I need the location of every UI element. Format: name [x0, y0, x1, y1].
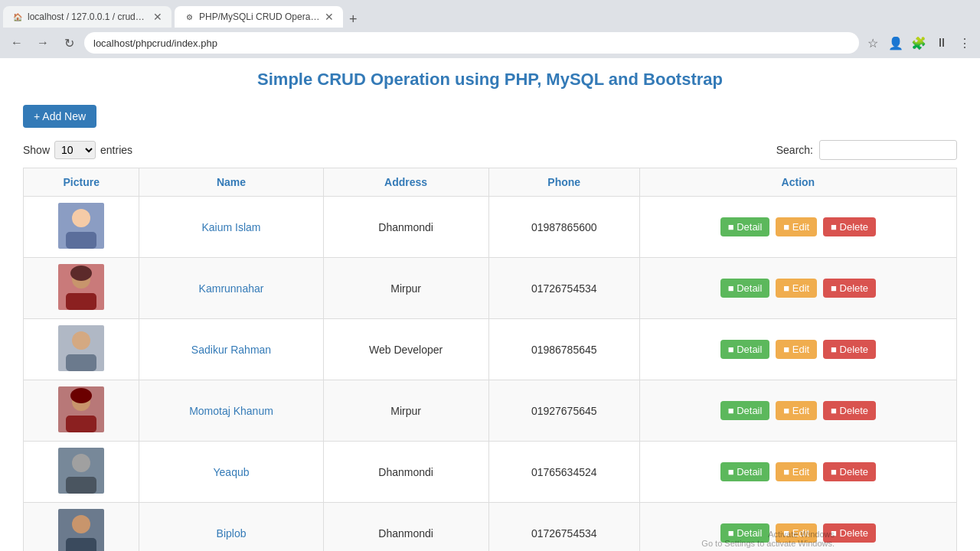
- cell-picture: [24, 442, 139, 503]
- detail-button[interactable]: ■ Detail: [720, 523, 770, 543]
- detail-button[interactable]: ■ Detail: [720, 401, 770, 420]
- address-input[interactable]: [84, 32, 859, 54]
- delete-button[interactable]: ■ Delete: [823, 523, 876, 543]
- delete-button[interactable]: ■ Delete: [823, 462, 876, 481]
- cell-action: ■ Detail ■ Edit ■ Delete: [639, 258, 956, 319]
- cell-address: Mirpur: [323, 258, 488, 319]
- search-label: Search:: [776, 144, 813, 156]
- menu-icon[interactable]: ⋮: [956, 36, 974, 51]
- svg-rect-14: [66, 416, 96, 432]
- tab2-close-icon[interactable]: ✕: [325, 11, 334, 23]
- header-row: Picture Name Address Phone Action: [24, 168, 957, 197]
- extension-icon[interactable]: 🧩: [910, 36, 928, 51]
- search-input[interactable]: [819, 140, 957, 160]
- table-row: Sadikur Rahman Web Developer 01986785645…: [24, 319, 957, 380]
- cell-phone: 01987865600: [488, 197, 639, 258]
- table-row: Biplob Dhanmondi 01726754534 ■ Detail ■ …: [24, 503, 957, 552]
- cell-phone: 01726754534: [488, 503, 639, 552]
- new-tab-button[interactable]: +: [343, 11, 364, 28]
- cell-picture: [24, 380, 139, 442]
- cell-picture: [24, 503, 139, 552]
- cell-address: Mirpur: [323, 380, 488, 442]
- cell-phone: 01765634524: [488, 442, 639, 503]
- detail-button[interactable]: ■ Detail: [720, 279, 770, 298]
- col-action: Action: [639, 168, 956, 197]
- edit-button[interactable]: ■ Edit: [776, 462, 817, 481]
- cell-action: ■ Detail ■ Edit ■ Delete: [639, 380, 956, 442]
- svg-rect-6: [66, 293, 96, 310]
- entries-label: entries: [100, 144, 132, 156]
- edit-button[interactable]: ■ Edit: [776, 523, 817, 543]
- show-label: Show: [23, 144, 50, 156]
- cell-name: Kamrunnahar: [139, 258, 323, 319]
- svg-point-19: [74, 455, 89, 471]
- tab1-close-icon[interactable]: ✕: [153, 11, 162, 23]
- edit-button[interactable]: ■ Edit: [776, 401, 817, 420]
- col-address: Address: [323, 168, 488, 197]
- svg-rect-10: [66, 354, 96, 371]
- cell-phone: 01726754534: [488, 258, 639, 319]
- cell-action: ■ Detail ■ Edit ■ Delete: [639, 319, 956, 380]
- controls-row: Show 10 25 50 100 entries Search:: [23, 140, 957, 160]
- table-body: Kaium Islam Dhanmondi 01987865600 ■ Deta…: [24, 197, 957, 552]
- svg-point-23: [74, 517, 89, 532]
- detail-button[interactable]: ■ Detail: [720, 217, 770, 236]
- cell-phone: 01927675645: [488, 380, 639, 442]
- profile-icon[interactable]: 👤: [887, 36, 905, 51]
- delete-button[interactable]: ■ Delete: [823, 401, 876, 420]
- avatar: [58, 264, 104, 310]
- cell-name: Yeaqub: [139, 442, 323, 503]
- cell-name: Kaium Islam: [139, 197, 323, 258]
- page-content: Simple CRUD Operation using PHP, MySQL a…: [0, 58, 980, 551]
- svg-rect-22: [66, 538, 96, 551]
- cell-picture: [24, 197, 139, 258]
- detail-button[interactable]: ■ Detail: [720, 340, 770, 359]
- svg-rect-18: [66, 477, 96, 494]
- back-button[interactable]: ←: [6, 32, 28, 54]
- cell-name: Sadikur Rahman: [139, 319, 323, 380]
- pause-icon[interactable]: ⏸: [933, 36, 951, 50]
- detail-button[interactable]: ■ Detail: [720, 462, 770, 481]
- tab-1[interactable]: 🏠 localhost / 127.0.0.1 / crudphp / ✕: [3, 6, 172, 28]
- page-title: Simple CRUD Operation using PHP, MySQL a…: [23, 66, 957, 90]
- forward-button[interactable]: →: [32, 32, 54, 54]
- cell-phone: 01986785645: [488, 319, 639, 380]
- cell-action: ■ Detail ■ Edit ■ Delete: [639, 503, 956, 552]
- tab1-title: localhost / 127.0.0.1 / crudphp /: [28, 11, 149, 22]
- col-phone: Phone: [488, 168, 639, 197]
- cell-name: Momotaj Khanum: [139, 380, 323, 442]
- table-head: Picture Name Address Phone Action: [24, 168, 957, 197]
- cell-address: Dhanmondi: [323, 442, 488, 503]
- reload-button[interactable]: ↻: [58, 32, 80, 54]
- table-row: Yeaqub Dhanmondi 01765634524 ■ Detail ■ …: [24, 442, 957, 503]
- tab1-favicon: 🏠: [12, 11, 23, 22]
- delete-button[interactable]: ■ Delete: [823, 340, 876, 359]
- svg-point-11: [74, 333, 89, 348]
- col-name: Name: [139, 168, 323, 197]
- show-entries: Show 10 25 50 100 entries: [23, 141, 132, 159]
- edit-button[interactable]: ■ Edit: [776, 340, 817, 359]
- table-row: Momotaj Khanum Mirpur 01927675645 ■ Deta…: [24, 380, 957, 442]
- add-new-button[interactable]: + Add New: [23, 105, 96, 128]
- edit-button[interactable]: ■ Edit: [776, 279, 817, 298]
- avatar: [58, 509, 104, 551]
- bookmark-icon[interactable]: ☆: [864, 36, 882, 51]
- svg-rect-2: [66, 232, 96, 249]
- cell-action: ■ Detail ■ Edit ■ Delete: [639, 442, 956, 503]
- cell-picture: [24, 319, 139, 380]
- tab2-title: PHP/MySQLi CRUD Operation u...: [199, 11, 320, 22]
- search-row: Search:: [776, 140, 957, 160]
- cell-address: Dhanmondi: [323, 503, 488, 552]
- cell-picture: [24, 258, 139, 319]
- avatar: [58, 203, 104, 249]
- avatar: [58, 325, 104, 371]
- tab-2[interactable]: ⚙ PHP/MySQLi CRUD Operation u... ✕: [175, 6, 343, 28]
- delete-button[interactable]: ■ Delete: [823, 217, 876, 236]
- table-row: Kamrunnahar Mirpur 01726754534 ■ Detail …: [24, 258, 957, 319]
- address-bar-row: ← → ↻ ☆ 👤 🧩 ⏸ ⋮: [0, 28, 980, 58]
- cell-address: Web Developer: [323, 319, 488, 380]
- entries-select[interactable]: 10 25 50 100: [54, 141, 96, 159]
- delete-button[interactable]: ■ Delete: [823, 279, 876, 298]
- edit-button[interactable]: ■ Edit: [776, 217, 817, 236]
- avatar: [58, 386, 104, 432]
